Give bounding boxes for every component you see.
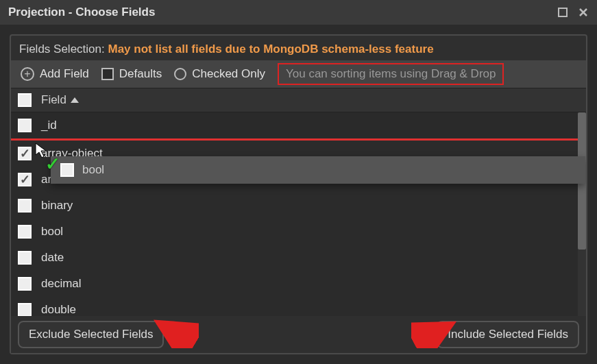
mouse-cursor-icon <box>34 143 49 159</box>
row-checkbox[interactable] <box>18 277 32 291</box>
projection-panel: Fields Selection: May not list all field… <box>10 34 587 354</box>
checkbox-icon <box>101 68 114 80</box>
table-row[interactable]: binary <box>11 193 586 219</box>
table-row[interactable]: bool <box>11 219 586 245</box>
row-field-name: date <box>41 251 64 265</box>
fields-selection-header: Fields Selection: May not list all field… <box>11 36 586 60</box>
select-all-checkbox[interactable] <box>18 93 32 107</box>
row-checkbox[interactable] <box>18 147 32 160</box>
row-checkbox[interactable] <box>18 173 32 186</box>
drag-drop-hint: You can sorting items using Drag & Drop <box>278 63 504 85</box>
row-checkbox[interactable] <box>18 119 32 132</box>
table-row[interactable]: _id <box>11 112 586 138</box>
ghost-checkbox <box>60 163 74 177</box>
field-column-header[interactable]: Field <box>41 93 79 107</box>
footer: Exclude Selected Fields Include Selected… <box>11 316 586 353</box>
table-header: Field <box>11 88 586 112</box>
fields-selection-label: Fields Selection: <box>19 43 105 56</box>
field-list[interactable]: _id array-object ar... binary bool <box>11 112 586 316</box>
add-field-button[interactable]: + Add Field <box>16 64 93 84</box>
include-selected-button[interactable]: Include Selected Fields <box>437 321 579 348</box>
row-checkbox[interactable] <box>18 199 32 213</box>
table-row[interactable]: double <box>11 297 586 316</box>
checked-only-toggle[interactable]: Checked Only <box>170 64 269 84</box>
exclude-selected-button[interactable]: Exclude Selected Fields <box>18 321 164 348</box>
svg-rect-0 <box>559 8 567 16</box>
defaults-toggle[interactable]: Defaults <box>97 64 166 84</box>
add-field-label: Add Field <box>40 67 89 81</box>
row-field-name: decimal <box>41 277 82 291</box>
row-field-name: double <box>41 303 76 316</box>
maximize-icon[interactable] <box>557 7 568 18</box>
row-field-name: _id <box>41 119 57 132</box>
close-icon[interactable] <box>578 7 589 18</box>
vertical-scrollbar[interactable] <box>578 112 586 316</box>
row-field-name: binary <box>41 199 73 213</box>
field-column-label: Field <box>41 93 66 107</box>
titlebar[interactable]: Projection - Choose Fields <box>0 0 597 25</box>
row-checkbox[interactable] <box>18 225 32 239</box>
radio-icon <box>174 68 186 80</box>
row-checkbox[interactable] <box>18 303 32 316</box>
table-row[interactable]: decimal <box>11 271 586 297</box>
toolbar: + Add Field Defaults Checked Only You ca… <box>11 60 586 88</box>
sort-asc-icon <box>71 97 79 103</box>
drag-ghost: bool <box>51 156 585 184</box>
drag-drop-hint-text: You can sorting items using Drag & Drop <box>286 67 496 81</box>
defaults-label: Defaults <box>119 67 162 81</box>
ghost-label: bool <box>82 163 104 177</box>
plus-icon: + <box>21 67 34 81</box>
row-checkbox[interactable] <box>18 251 32 265</box>
fields-selection-warning: May not list all fields due to MongoDB s… <box>108 43 433 56</box>
row-field-name: bool <box>41 225 63 239</box>
window-title: Projection - Choose Fields <box>8 5 155 19</box>
checked-only-label: Checked Only <box>192 67 265 81</box>
table-row[interactable]: date <box>11 245 586 271</box>
